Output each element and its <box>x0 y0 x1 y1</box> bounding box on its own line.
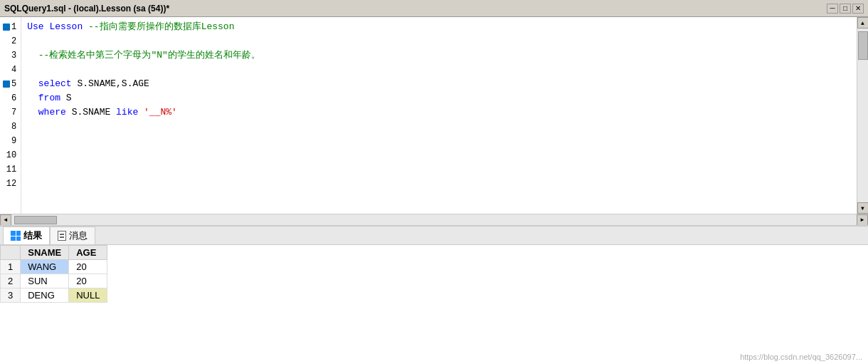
line-marker-1 <box>3 24 10 31</box>
table-row[interactable]: 2SUN20 <box>1 274 107 288</box>
table-header-row: SNAME AGE <box>1 246 107 260</box>
code-token: --检索姓名中第三个字母为"N"的学生的姓名和年龄。 <box>27 48 260 63</box>
line-number-12: 12 <box>3 177 19 191</box>
scroll-up-button[interactable]: ▲ <box>857 17 869 28</box>
line-number-5: 5 <box>3 77 19 91</box>
cell-age: 20 <box>69 274 107 288</box>
window-controls: ─ □ ✕ <box>827 4 864 14</box>
watermark: https://blog.csdn.net/qq_3626097... <box>740 353 862 361</box>
code-line-8 <box>27 120 851 134</box>
line-number-11: 11 <box>3 162 19 177</box>
scroll-thumb-v[interactable] <box>858 31 868 60</box>
line-number-1: 1 <box>3 20 19 34</box>
line-number-8: 8 <box>3 120 19 134</box>
minimize-button[interactable]: ─ <box>827 4 838 14</box>
code-token: S <box>66 91 72 105</box>
code-token: like <box>116 105 144 120</box>
line-number-9: 9 <box>3 134 19 148</box>
cell-sname[interactable]: SUN <box>21 274 69 288</box>
row-number: 1 <box>1 260 21 274</box>
results-content[interactable]: SNAME AGE 1WANG202SUN203DENGNULL <box>0 245 868 364</box>
close-button[interactable]: ✕ <box>852 4 864 14</box>
scroll-down-button[interactable]: ▼ <box>857 202 869 214</box>
code-line-7: where S.SNAME like '__N%' <box>27 105 851 120</box>
scroll-track-v <box>857 28 868 202</box>
message-icon <box>58 231 66 241</box>
code-line-1: Use Lesson --指向需要所操作的数据库Lesson <box>27 20 851 34</box>
cell-sname[interactable]: WANG <box>21 260 69 274</box>
code-line-5: select S.SNAME,S.AGE <box>27 77 851 91</box>
code-line-11 <box>27 162 851 177</box>
window-title: SQLQuery1.sql - (local).Lesson (sa (54))… <box>4 4 169 14</box>
horizontal-scrollbar[interactable]: ◄ ► <box>0 214 868 225</box>
code-token: '__N%' <box>144 105 177 120</box>
code-editor[interactable]: Use Lesson --指向需要所操作的数据库Lesson --检索姓名中第三… <box>21 17 857 214</box>
code-token: --指向需要所操作的数据库Lesson <box>88 20 234 34</box>
code-line-2 <box>27 34 851 48</box>
tab-messages[interactable]: 消息 <box>50 227 95 244</box>
maximize-button[interactable]: □ <box>840 4 851 14</box>
vertical-scrollbar[interactable]: ▲ ▼ <box>857 17 868 214</box>
line-number-7: 7 <box>3 105 19 120</box>
tab-results-label: 结果 <box>23 229 42 242</box>
code-line-6: from S <box>27 91 851 105</box>
scroll-right-button[interactable]: ► <box>857 214 868 226</box>
results-pane: 结果 消息 SNAME AGE 1WANG202SUN203DENGNULL h… <box>0 225 868 364</box>
code-line-10 <box>27 148 851 162</box>
cell-age: NULL <box>69 288 107 303</box>
line-number-6: 6 <box>3 91 19 105</box>
code-token: S.SNAME <box>72 105 116 120</box>
code-token: select <box>27 77 77 91</box>
code-line-12 <box>27 177 851 191</box>
cell-sname[interactable]: DENG <box>21 288 69 303</box>
line-marker-5 <box>3 80 10 88</box>
row-number: 2 <box>1 274 21 288</box>
tab-messages-label: 消息 <box>69 229 88 242</box>
code-token: S.SNAME,S.AGE <box>77 77 149 91</box>
line-number-2: 2 <box>3 34 19 48</box>
code-token: where <box>27 105 71 120</box>
code-token: Use Lesson <box>27 20 88 34</box>
table-row[interactable]: 1WANG20 <box>1 260 107 274</box>
col-rownum <box>1 246 21 260</box>
line-numbers: 123456789101112 <box>0 17 21 214</box>
scroll-left-button[interactable]: ◄ <box>0 214 11 226</box>
editor-container: 123456789101112 Use Lesson --指向需要所操作的数据库… <box>0 17 868 225</box>
scroll-track-h <box>11 214 857 225</box>
line-number-4: 4 <box>3 63 19 77</box>
line-number-3: 3 <box>3 48 19 63</box>
cell-age: 20 <box>69 260 107 274</box>
table-row[interactable]: 3DENGNULL <box>1 288 107 303</box>
editor-wrapper: 123456789101112 Use Lesson --指向需要所操作的数据库… <box>0 17 868 214</box>
code-line-9 <box>27 134 851 148</box>
code-line-3: --检索姓名中第三个字母为"N"的学生的姓名和年龄。 <box>27 48 851 63</box>
scroll-thumb-h[interactable] <box>14 216 57 224</box>
row-number: 3 <box>1 288 21 303</box>
results-tabs: 结果 消息 <box>0 227 868 245</box>
line-number-10: 10 <box>3 148 19 162</box>
results-table: SNAME AGE 1WANG202SUN203DENGNULL <box>0 245 107 303</box>
title-bar: SQLQuery1.sql - (local).Lesson (sa (54))… <box>0 0 868 17</box>
code-line-4 <box>27 63 851 77</box>
col-sname: SNAME <box>21 246 69 260</box>
tab-results[interactable]: 结果 <box>3 227 50 244</box>
col-age: AGE <box>69 246 107 260</box>
code-token: from <box>27 91 66 105</box>
grid-icon <box>11 231 21 241</box>
